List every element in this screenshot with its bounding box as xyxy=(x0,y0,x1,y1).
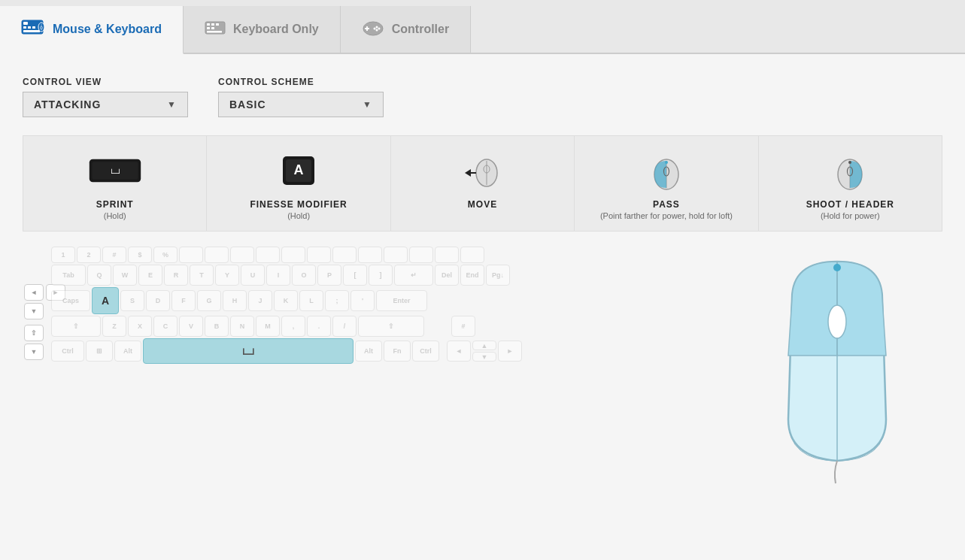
svg-rect-12 xyxy=(216,23,219,26)
control-view-label: CONTROL VIEW xyxy=(23,77,188,87)
shift-indicator: ⇧ xyxy=(24,325,44,341)
tab-mouse-keyboard[interactable]: Mouse & Keyboard xyxy=(0,6,184,54)
key-j: J xyxy=(248,290,272,311)
key-caps: Caps xyxy=(51,290,90,311)
key-6 xyxy=(179,247,203,263)
key-del: Del xyxy=(435,265,459,286)
key-5: % xyxy=(153,247,178,263)
key-up: ▲ xyxy=(472,341,496,350)
key-pgdn: Pg↓ xyxy=(486,265,510,286)
main-content: CONTROL VIEW ATTACKING ▼ CONTROL SCHEME … xyxy=(0,54,965,560)
shift-down-indicator: ▼ xyxy=(24,344,44,360)
finesse-icon: A xyxy=(272,150,326,192)
control-scheme-dropdown[interactable]: BASIC ▼ xyxy=(218,92,384,117)
shoot-icon xyxy=(823,150,877,192)
key-enter: ↵ xyxy=(394,265,433,286)
key-e: E xyxy=(138,265,162,286)
arrow-left-indicator: ◄ xyxy=(24,284,44,301)
svg-point-21 xyxy=(375,29,378,31)
tab-keyboard-only-label: Keyboard Only xyxy=(233,23,319,36)
svg-point-44 xyxy=(833,264,841,271)
svg-rect-13 xyxy=(207,27,210,29)
sprint-name: SPRINT xyxy=(96,199,134,210)
key-z: Z xyxy=(102,316,126,337)
key-end: End xyxy=(460,265,484,286)
key-u: U xyxy=(241,265,265,286)
key-p: P xyxy=(317,265,341,286)
svg-point-37 xyxy=(665,161,668,164)
finesse-hint: (Hold) xyxy=(287,211,310,220)
action-card-finesse: A FINESSE MODIFIER (Hold) xyxy=(207,136,390,231)
key-q: Q xyxy=(87,265,111,286)
key-bksp2 xyxy=(384,247,408,263)
key-c: C xyxy=(153,316,178,337)
action-cards: ⌴ SPRINT (Hold) A FINESSE MODIFIER (Hold… xyxy=(23,135,942,232)
move-icon xyxy=(456,150,510,192)
key-space-highlighted: ⌴ xyxy=(143,338,354,364)
svg-rect-1 xyxy=(23,22,28,25)
tab-keyboard-only[interactable]: Keyboard Only xyxy=(184,6,341,53)
svg-point-41 xyxy=(848,161,851,164)
controller-icon xyxy=(362,20,384,40)
key-bksp xyxy=(358,247,382,263)
control-view-arrow: ▼ xyxy=(167,99,177,110)
shoot-name: SHOOT / HEADER xyxy=(806,199,894,210)
key-3: # xyxy=(102,247,126,263)
svg-rect-5 xyxy=(23,30,40,32)
key-left: ◄ xyxy=(447,341,471,362)
shoot-hint: (Hold for power) xyxy=(821,211,880,220)
action-card-pass: PASS (Point farther for power, hold for … xyxy=(575,136,758,231)
keyboard-rows: 1 2 # $ % xyxy=(51,247,683,365)
key-altgr: Alt xyxy=(355,341,382,362)
control-scheme-value: BASIC xyxy=(229,98,266,110)
control-view-dropdown[interactable]: ATTACKING ▼ xyxy=(23,92,188,117)
control-scheme-group: CONTROL SCHEME BASIC ▼ xyxy=(218,77,384,117)
key-semi: ; xyxy=(325,290,349,311)
key-t: T xyxy=(190,265,214,286)
key-4: $ xyxy=(128,247,152,263)
key-s: S xyxy=(120,290,144,311)
key-rb: ] xyxy=(369,265,393,286)
key-y: Y xyxy=(215,265,239,286)
pass-name: PASS xyxy=(653,199,680,210)
arrow-down-indicator: ▼ xyxy=(24,303,44,319)
key-period: . xyxy=(307,316,331,337)
svg-rect-15 xyxy=(207,31,222,33)
key-eq xyxy=(332,247,357,263)
key-comma: , xyxy=(281,316,305,337)
sprint-icon: ⌴ xyxy=(88,150,142,192)
key-lshift: ⇧ xyxy=(51,316,101,337)
key-rshift: ⇧ xyxy=(358,316,424,337)
control-view-value: ATTACKING xyxy=(34,98,101,110)
svg-rect-4 xyxy=(32,26,35,29)
key-g: G xyxy=(197,290,221,311)
control-scheme-label: CONTROL SCHEME xyxy=(218,77,384,87)
svg-marker-32 xyxy=(465,169,471,177)
svg-point-43 xyxy=(828,305,846,338)
action-card-sprint: ⌴ SPRINT (Hold) xyxy=(23,136,207,231)
svg-text:⌴: ⌴ xyxy=(110,166,120,177)
key-down: ▼ xyxy=(472,352,496,362)
svg-rect-14 xyxy=(211,27,214,29)
key-a-highlighted: A xyxy=(92,287,119,314)
key-2: 2 xyxy=(77,247,101,263)
key-h: H xyxy=(223,290,247,311)
action-card-move: MOVE xyxy=(391,136,575,231)
tab-controller[interactable]: Controller xyxy=(341,6,471,53)
key-tab: Tab xyxy=(51,265,86,286)
key-o: O xyxy=(292,265,316,286)
key-home xyxy=(435,247,459,263)
mouse-visual xyxy=(754,239,920,487)
move-name: MOVE xyxy=(468,199,497,210)
key-m: M xyxy=(256,316,280,337)
tab-controller-label: Controller xyxy=(392,23,449,36)
svg-point-19 xyxy=(375,26,378,28)
key-d: D xyxy=(146,290,170,311)
svg-point-22 xyxy=(373,27,375,29)
pass-icon xyxy=(639,150,693,192)
key-pgup xyxy=(460,247,484,263)
key-enter2: Enter xyxy=(376,290,427,311)
svg-rect-2 xyxy=(23,26,26,29)
svg-rect-18 xyxy=(365,28,369,29)
key-f: F xyxy=(171,290,196,311)
